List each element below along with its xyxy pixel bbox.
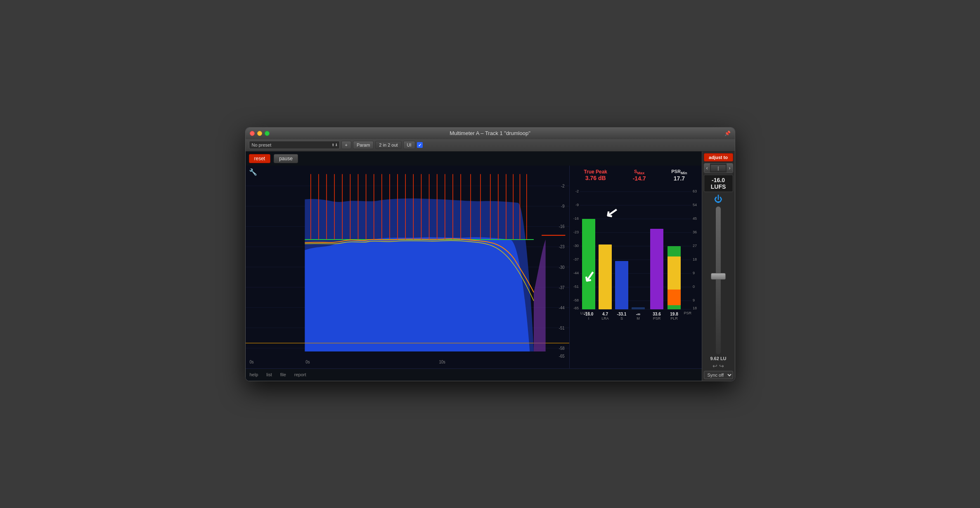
report-link[interactable]: report	[294, 372, 306, 377]
fader-thumb[interactable]	[711, 273, 726, 280]
svg-text:-∞: -∞	[636, 312, 640, 316]
true-peak-display: True Peak 3.76 dB	[584, 169, 607, 182]
loudness-display-area: 🔧	[246, 166, 702, 368]
traffic-lights	[250, 131, 270, 136]
preset-select[interactable]: No preset	[249, 141, 340, 149]
svg-text:-65: -65	[559, 354, 564, 358]
fader-container	[704, 207, 733, 354]
pause-button[interactable]: pause	[274, 154, 298, 163]
svg-text:19.8: 19.8	[670, 312, 678, 316]
waveform-section: 🔧	[246, 166, 570, 368]
meter-section: True Peak 3.76 dB SMax -14.7 PSRMin 17.7	[570, 166, 702, 368]
svg-text:I: I	[588, 316, 589, 320]
lufs-label-row	[570, 320, 702, 321]
sync-select[interactable]: Sync off	[704, 371, 733, 379]
svg-text:-37: -37	[559, 285, 564, 290]
svg-text:PSR: PSR	[684, 311, 691, 315]
help-link[interactable]: help	[250, 372, 258, 377]
svg-rect-86	[650, 229, 663, 309]
svg-text:-58: -58	[573, 298, 578, 302]
smax-label: SMax	[633, 169, 646, 175]
svg-rect-74	[582, 219, 595, 309]
svg-text:-44: -44	[573, 271, 578, 275]
svg-rect-80	[615, 261, 628, 309]
true-peak-label: True Peak	[584, 169, 607, 175]
psr-min-value: 17.7	[671, 175, 687, 182]
svg-text:18: 18	[693, 257, 697, 261]
window-title: Multimeter A – Track 1 "drumloop"	[450, 130, 530, 136]
svg-text:S: S	[620, 316, 623, 320]
toolbar: No preset ⬆⬇ + Param 2 in 2 out UI ✓	[246, 139, 735, 152]
redo-button[interactable]: ↪	[719, 363, 724, 369]
nav-left-button[interactable]: ‹	[704, 164, 710, 173]
param-button[interactable]: Param	[353, 141, 374, 149]
svg-text:4.7: 4.7	[602, 312, 608, 316]
svg-rect-90	[668, 256, 681, 290]
svg-text:-23: -23	[573, 230, 578, 234]
smax-display: SMax -14.7	[633, 169, 646, 182]
nav-display: ‹ | ›	[704, 163, 733, 173]
svg-text:18: 18	[693, 306, 697, 310]
meter-bars-svg: -2 -9 -16 -23 -30 -37 -44 -51 -58 -65	[570, 183, 702, 320]
svg-rect-92	[668, 305, 681, 309]
smax-value: -14.7	[633, 175, 646, 182]
undo-button[interactable]: ↩	[713, 363, 717, 369]
svg-text:45: 45	[693, 216, 697, 221]
svg-text:10s: 10s	[439, 359, 445, 364]
svg-rect-89	[668, 246, 681, 256]
close-button[interactable]	[250, 131, 255, 136]
svg-text:LRA: LRA	[601, 316, 609, 320]
power-button[interactable]: ⏻	[713, 194, 723, 205]
svg-text:-30: -30	[573, 244, 578, 248]
io-display: 2 in 2 out	[375, 141, 401, 149]
svg-text:9: 9	[693, 271, 695, 275]
controls-row: reset pause	[246, 152, 702, 166]
minimize-button[interactable]	[257, 131, 262, 136]
nav-center-display: |	[711, 165, 726, 171]
content-area: reset pause 🔧	[246, 152, 735, 381]
svg-text:-16: -16	[559, 224, 564, 229]
pin-icon[interactable]: 📌	[724, 131, 731, 136]
main-panel: reset pause 🔧	[246, 152, 702, 381]
right-panel: adjust to ‹ | › -16.0 LUFS ⏻ 9.62 LU ↩ ↪…	[702, 152, 735, 381]
svg-text:-65: -65	[573, 306, 578, 310]
undo-redo-group: ↩ ↪	[713, 363, 724, 369]
true-peak-value: 3.76 dB	[584, 175, 607, 181]
svg-text:M: M	[637, 316, 640, 320]
app-window: Multimeter A – Track 1 "drumloop" 📌 No p…	[245, 127, 735, 381]
svg-text:-51: -51	[573, 285, 578, 289]
svg-rect-77	[599, 245, 612, 309]
settings-button[interactable]: 🔧	[247, 167, 259, 177]
list-link[interactable]: list	[266, 372, 272, 377]
svg-text:-44: -44	[559, 305, 564, 310]
svg-text:PSR: PSR	[653, 316, 660, 320]
nav-right-button[interactable]: ›	[727, 164, 732, 173]
svg-text:-33.1: -33.1	[617, 312, 626, 316]
svg-text:-16: -16	[573, 216, 578, 221]
adjust-to-button[interactable]: adjust to	[704, 153, 733, 161]
psr-min-display: PSRMin 17.7	[671, 169, 687, 182]
lufs-value-display: -16.0 LUFS	[704, 175, 733, 192]
svg-text:0s: 0s	[305, 359, 310, 364]
svg-text:-23: -23	[559, 245, 564, 249]
ui-button[interactable]: UI	[403, 141, 415, 149]
psr-min-label: PSRMin	[671, 169, 687, 175]
file-link[interactable]: file	[280, 372, 286, 377]
svg-text:54: 54	[693, 203, 697, 207]
svg-text:-2: -2	[561, 183, 564, 188]
svg-text:33.6: 33.6	[653, 312, 661, 316]
svg-text:-30: -30	[559, 265, 564, 269]
svg-text:-58: -58	[559, 346, 564, 350]
add-button[interactable]: +	[341, 141, 351, 149]
svg-text:-2: -2	[575, 189, 578, 193]
svg-text:27: 27	[693, 244, 697, 248]
maximize-button[interactable]	[265, 131, 270, 136]
svg-text:PLR: PLR	[670, 316, 678, 320]
svg-rect-83	[632, 307, 645, 309]
fader-track[interactable]	[716, 207, 721, 354]
svg-text:63: 63	[693, 189, 697, 193]
svg-text:LUFS: LUFS	[580, 311, 590, 315]
bottom-bar: help list file report	[246, 368, 702, 381]
reset-button[interactable]: reset	[249, 154, 271, 163]
lu-display: 9.62 LU	[710, 356, 726, 361]
